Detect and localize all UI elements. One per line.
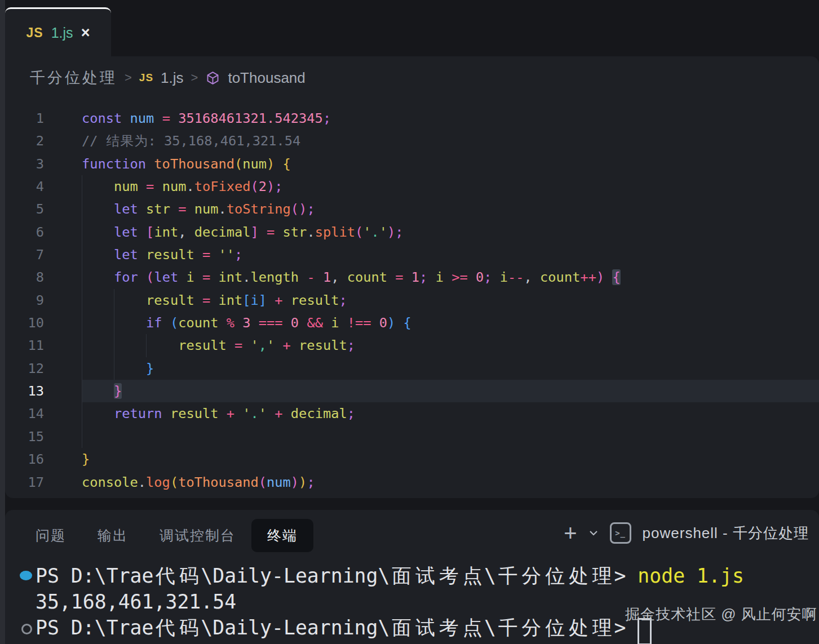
line-number: 1: [5, 107, 44, 130]
code-line[interactable]: 8 for (let i = int.length - 1, count = 1…: [5, 266, 819, 288]
code-text[interactable]: let str = num.toString();: [82, 198, 819, 220]
line-number: 13: [5, 380, 44, 402]
command-pending-circle-icon: [21, 624, 32, 634]
line-number: 11: [5, 334, 44, 357]
breadcrumb-folder[interactable]: 千分位处理: [30, 68, 117, 88]
code-text[interactable]: if (count % 3 === 0 && i !== 0) {: [82, 312, 819, 334]
code-line[interactable]: 12 }: [5, 357, 819, 380]
panel-tab-bar: 问题输出调试控制台终端: [20, 519, 313, 552]
code-area[interactable]: 1const num = 35168461321.542345;2// 结果为:…: [5, 107, 819, 494]
indent-guide: [82, 334, 82, 357]
indent-guide: [114, 334, 114, 357]
panel-tab-1[interactable]: 问题: [20, 519, 82, 552]
tab-close-icon[interactable]: ×: [81, 25, 90, 41]
indent-guide: [82, 175, 82, 198]
line-number: 12: [5, 357, 44, 380]
code-text[interactable]: let [int, decimal] = str.split('.');: [82, 221, 819, 243]
code-line[interactable]: 6 let [int, decimal] = str.split('.');: [5, 221, 819, 243]
window-left-edge: [0, 0, 5, 644]
code-line[interactable]: 7 let result = '';: [5, 243, 819, 266]
javascript-file-icon: JS: [26, 25, 43, 41]
indent-guide: [82, 198, 82, 220]
code-text[interactable]: }: [82, 380, 819, 402]
code-line[interactable]: 16}: [5, 448, 819, 470]
code-text[interactable]: for (let i = int.length - 1, count = 1; …: [82, 266, 819, 288]
indent-guide: [146, 334, 147, 357]
code-line[interactable]: 11 result = ',' + result;: [5, 334, 819, 357]
indent-guide: [82, 380, 82, 402]
indent-guide: [114, 312, 114, 334]
code-editor: 千分位处理 > JS 1.js > toThousand 1const num …: [5, 56, 819, 498]
code-line[interactable]: 9 result = int[i] + result;: [5, 289, 819, 312]
line-number: 7: [5, 243, 44, 266]
panel-tab-4[interactable]: 终端: [251, 519, 313, 552]
symbol-cube-icon: [205, 70, 220, 86]
indent-guide: [114, 289, 114, 312]
breadcrumb: 千分位处理 > JS 1.js > toThousand: [30, 68, 306, 88]
indent-guide: [114, 357, 114, 380]
terminal-session-label[interactable]: powershell - 千分位处理: [643, 523, 809, 543]
line-number: 14: [5, 402, 44, 425]
code-text[interactable]: }: [82, 357, 819, 380]
command-success-dot-icon: [20, 571, 32, 580]
code-text[interactable]: function toThousand(num) {: [82, 153, 819, 175]
line-number: 15: [5, 425, 44, 448]
code-line[interactable]: 1const num = 35168461321.542345;: [5, 107, 819, 130]
terminal-dropdown-chevron-icon[interactable]: [588, 530, 599, 536]
indent-guide: [82, 357, 82, 380]
bottom-panel: 问题输出调试控制台终端 + >_ powershell - 千分位处理 PS D…: [5, 510, 819, 644]
line-number: 10: [5, 312, 44, 334]
line-number: 5: [5, 198, 44, 220]
editor-tab-strip: JS 1.js ×: [5, 0, 819, 56]
indent-guide: [82, 266, 82, 288]
line-number: 9: [5, 289, 44, 312]
code-line[interactable]: 3function toThousand(num) {: [5, 153, 819, 175]
code-text[interactable]: const num = 35168461321.542345;: [82, 107, 819, 130]
code-line[interactable]: 13 }: [5, 380, 819, 402]
new-terminal-button[interactable]: +: [564, 524, 577, 542]
code-line[interactable]: 2// 结果为: 35,168,461,321.54: [5, 130, 819, 152]
code-text[interactable]: let result = '';: [82, 243, 819, 266]
line-number: 2: [5, 130, 44, 152]
terminal-line[interactable]: PS D:\Trae代码\Daily-Learning\面试考点\千分位处理> …: [5, 563, 819, 589]
editor-tab-1js[interactable]: JS 1.js ×: [5, 7, 111, 56]
code-line[interactable]: 15: [5, 425, 819, 448]
code-line[interactable]: 14 return result + '.' + decimal;: [5, 402, 819, 425]
powershell-terminal-icon: >_: [610, 522, 631, 544]
code-line[interactable]: 4 num = num.toFixed(2);: [5, 175, 819, 198]
code-text[interactable]: return result + '.' + decimal;: [82, 402, 819, 425]
code-line[interactable]: 10 if (count % 3 === 0 && i !== 0) {: [5, 312, 819, 334]
code-line[interactable]: 5 let str = num.toString();: [5, 198, 819, 220]
breadcrumb-symbol[interactable]: toThousand: [228, 69, 305, 87]
line-number: 8: [5, 266, 44, 288]
indent-guide: [82, 221, 82, 243]
panel-tab-2[interactable]: 输出: [82, 519, 144, 552]
breadcrumb-chevron-icon: >: [125, 70, 132, 85]
indent-guide: [82, 312, 82, 334]
tab-file-name: 1.js: [51, 25, 73, 41]
indent-guide: [82, 425, 82, 448]
line-number: 16: [5, 448, 44, 470]
code-text[interactable]: [82, 425, 819, 448]
code-text[interactable]: result = int[i] + result;: [82, 289, 819, 312]
breadcrumb-chevron-icon: >: [191, 70, 198, 85]
indent-guide: [82, 402, 82, 425]
terminal-toolbar: + >_ powershell - 千分位处理: [564, 522, 809, 544]
breadcrumb-file[interactable]: 1.js: [161, 69, 183, 87]
panel-tab-3[interactable]: 调试控制台: [144, 519, 251, 552]
indent-guide: [82, 289, 82, 312]
line-number: 3: [5, 153, 44, 175]
watermark-text: 掘金技术社区 @ 风止何安啊: [625, 605, 817, 624]
javascript-file-icon: JS: [139, 72, 153, 84]
code-text[interactable]: num = num.toFixed(2);: [82, 175, 819, 198]
code-text[interactable]: console.log(toThousand(num));: [82, 471, 819, 494]
code-text[interactable]: result = ',' + result;: [82, 334, 819, 357]
terminal-output[interactable]: PS D:\Trae代码\Daily-Learning\面试考点\千分位处理> …: [5, 563, 819, 641]
code-text[interactable]: // 结果为: 35,168,461,321.54: [82, 130, 819, 152]
indent-guide: [82, 243, 82, 266]
code-text[interactable]: }: [82, 448, 819, 470]
code-line[interactable]: 17console.log(toThousand(num));: [5, 471, 819, 494]
line-number: 4: [5, 175, 44, 198]
line-number: 17: [5, 471, 44, 494]
line-number: 6: [5, 221, 44, 243]
